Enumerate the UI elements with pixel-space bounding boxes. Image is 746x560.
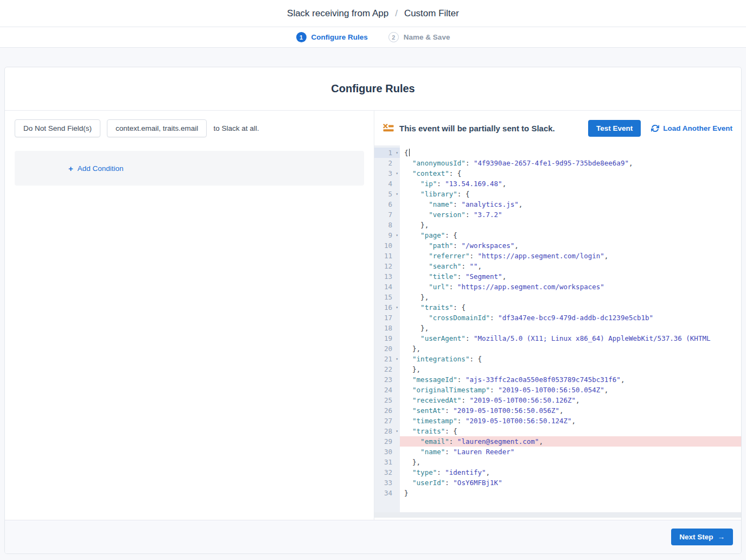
code-line-content: "messageId": "ajs-33ffc2ac0a550e8f053789… xyxy=(400,374,741,385)
editor-line[interactable]: 2 "anonymousId": "4f9390ae-2657-4fe1-9d9… xyxy=(374,158,741,168)
add-condition-button[interactable]: + Add Condition xyxy=(68,164,124,173)
event-status-row: This event will be partially sent to Sla… xyxy=(374,111,741,145)
rule-action-selector[interactable]: Do Not Send Field(s) xyxy=(15,119,100,137)
editor-line[interactable]: 21▾ "integrations": { xyxy=(374,354,741,364)
line-number: 17 xyxy=(374,313,400,323)
fold-arrow-icon[interactable]: ▾ xyxy=(396,168,398,179)
editor-line[interactable]: 20 }, xyxy=(374,343,741,354)
step-name-save[interactable]: 2 Name & Save xyxy=(388,32,450,42)
line-number: 1▾ xyxy=(374,148,400,158)
editor-line[interactable]: 31 }, xyxy=(374,457,741,467)
editor-line[interactable]: 33 "userId": "OsY6MFBj1K" xyxy=(374,478,741,488)
editor-line[interactable]: 25 "receivedAt": "2019-05-10T00:56:50.12… xyxy=(374,395,741,405)
editor-line[interactable]: 16▾ "traits": { xyxy=(374,302,741,313)
top-bar: Slack receiving from App / Custom Filter xyxy=(0,0,746,27)
editor-line[interactable]: 14 "url": "https://app.segment.com/works… xyxy=(374,282,741,292)
condition-box: + Add Condition xyxy=(15,151,364,186)
code-line-content: "crossDomainId": "df3a47ee-bcc9-479d-add… xyxy=(400,313,741,323)
json-editor[interactable]: 1▾{2 "anonymousId": "4f9390ae-2657-4fe1-… xyxy=(374,145,741,512)
editor-line[interactable]: 17 "crossDomainId": "df3a47ee-bcc9-479d-… xyxy=(374,313,741,323)
add-condition-label: Add Condition xyxy=(78,164,124,173)
code-line-content: "integrations": { xyxy=(400,354,741,364)
load-another-event-button[interactable]: Load Another Event xyxy=(651,124,732,132)
test-event-button[interactable]: Test Event xyxy=(588,120,641,137)
editor-lines: 1▾{2 "anonymousId": "4f9390ae-2657-4fe1-… xyxy=(374,145,741,498)
page-title: Configure Rules xyxy=(331,82,415,95)
card-footer: Next Step → xyxy=(5,520,741,553)
code-line-content: "userAgent": "Mozilla/5.0 (X11; Linux x8… xyxy=(400,333,741,343)
line-number: 29 xyxy=(374,436,400,447)
stepper: 1 Configure Rules 2 Name & Save xyxy=(0,27,746,48)
fold-arrow-icon[interactable]: ▾ xyxy=(396,302,398,313)
editor-line[interactable]: 9▾ "page": { xyxy=(374,230,741,240)
arrow-right-icon: → xyxy=(718,533,725,541)
partial-send-icon xyxy=(383,124,394,132)
editor-line[interactable]: 13 "title": "Segment", xyxy=(374,271,741,282)
code-line-content: }, xyxy=(400,292,741,302)
load-another-event-label: Load Another Event xyxy=(663,124,732,132)
breadcrumb-page: Custom Filter xyxy=(404,8,459,19)
editor-line[interactable]: 11 "referrer": "https://app.segment.com/… xyxy=(374,251,741,261)
editor-line[interactable]: 12 "search": "", xyxy=(374,261,741,271)
line-number: 5▾ xyxy=(374,189,400,199)
line-number: 9▾ xyxy=(374,230,400,240)
code-line-content: "anonymousId": "4f9390ae-2657-4fe1-9d95-… xyxy=(400,158,741,168)
editor-line[interactable]: 30 "name": "Lauren Reeder" xyxy=(374,447,741,457)
code-line-content: { xyxy=(400,148,741,158)
code-line-content: "traits": { xyxy=(400,302,741,313)
step-1-label: Configure Rules xyxy=(311,33,368,41)
editor-line[interactable]: 34} xyxy=(374,488,741,498)
code-line-content: "email": "lauren@segment.com", xyxy=(400,436,741,447)
rule-builder-panel: Do Not Send Field(s) context.email, trai… xyxy=(5,111,374,520)
fold-arrow-icon[interactable]: ▾ xyxy=(396,148,398,158)
editor-line[interactable]: 29 "email": "lauren@segment.com", xyxy=(374,436,741,447)
fold-arrow-icon[interactable]: ▾ xyxy=(396,354,398,364)
next-step-button[interactable]: Next Step → xyxy=(671,529,733,545)
line-number: 15 xyxy=(374,292,400,302)
editor-line[interactable]: 19 "userAgent": "Mozilla/5.0 (X11; Linux… xyxy=(374,333,741,343)
fold-arrow-icon[interactable]: ▾ xyxy=(396,426,398,436)
line-number: 31 xyxy=(374,457,400,467)
editor-line[interactable]: 6 "name": "analytics.js", xyxy=(374,199,741,209)
editor-line[interactable]: 24 "originalTimestamp": "2019-05-10T00:5… xyxy=(374,385,741,395)
code-line-content: "type": "identify", xyxy=(400,467,741,478)
event-preview-panel: This event will be partially sent to Sla… xyxy=(374,111,741,520)
editor-line[interactable]: 5▾ "library": { xyxy=(374,189,741,199)
editor-horizontal-scrollbar[interactable] xyxy=(374,512,741,518)
editor-line[interactable]: 28▾ "traits": { xyxy=(374,426,741,436)
code-line-content: }, xyxy=(400,364,741,374)
code-line-content: "title": "Segment", xyxy=(400,271,741,282)
code-line-content: "name": "Lauren Reeder" xyxy=(400,447,741,457)
editor-line[interactable]: 23 "messageId": "ajs-33ffc2ac0a550e8f053… xyxy=(374,374,741,385)
editor-line[interactable]: 22 }, xyxy=(374,364,741,374)
line-number: 3▾ xyxy=(374,168,400,179)
editor-line[interactable]: 3▾ "context": { xyxy=(374,168,741,179)
code-line-content: "sentAt": "2019-05-10T00:56:50.056Z", xyxy=(400,405,741,416)
editor-line[interactable]: 10 "path": "/workspaces", xyxy=(374,240,741,251)
fold-arrow-icon[interactable]: ▾ xyxy=(396,230,398,240)
breadcrumb-destination[interactable]: Slack receiving from App xyxy=(287,8,388,19)
refresh-icon xyxy=(651,124,659,132)
editor-line[interactable]: 27 "timestamp": "2019-05-10T00:56:50.124… xyxy=(374,416,741,426)
editor-line[interactable]: 18 }, xyxy=(374,323,741,333)
editor-line[interactable]: 8 }, xyxy=(374,220,741,230)
line-number: 27 xyxy=(374,416,400,426)
editor-line[interactable]: 15 }, xyxy=(374,292,741,302)
fold-arrow-icon[interactable]: ▾ xyxy=(396,189,398,199)
rule-fields-selector[interactable]: context.email, traits.email xyxy=(107,119,207,137)
line-number: 19 xyxy=(374,333,400,343)
editor-line[interactable]: 26 "sentAt": "2019-05-10T00:56:50.056Z", xyxy=(374,405,741,416)
line-number: 20 xyxy=(374,343,400,354)
editor-line[interactable]: 1▾{ xyxy=(374,148,741,158)
line-number: 13 xyxy=(374,271,400,282)
editor-line[interactable]: 7 "version": "3.7.2" xyxy=(374,209,741,220)
next-step-label: Next Step xyxy=(679,533,713,541)
code-line-content: "search": "", xyxy=(400,261,741,271)
code-line-content: "userId": "OsY6MFBj1K" xyxy=(400,478,741,488)
line-number: 14 xyxy=(374,282,400,292)
step-2-label: Name & Save xyxy=(404,33,450,41)
step-configure-rules[interactable]: 1 Configure Rules xyxy=(296,32,368,42)
editor-line[interactable]: 32 "type": "identify", xyxy=(374,467,741,478)
editor-line[interactable]: 4 "ip": "13.54.169.48", xyxy=(374,179,741,189)
step-1-circle: 1 xyxy=(296,32,307,42)
